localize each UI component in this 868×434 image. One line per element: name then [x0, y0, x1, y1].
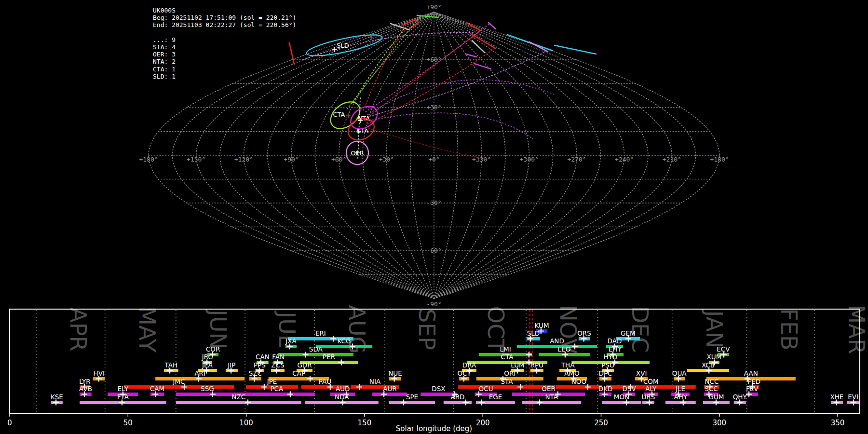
month-label: SEP	[414, 309, 440, 350]
shower-bar	[602, 401, 641, 404]
lat-label: -30°	[426, 199, 441, 206]
peak-marker	[330, 336, 336, 342]
meteor-trail	[403, 20, 419, 28]
month-label: JAN	[701, 309, 727, 349]
x-tick-label: 0	[7, 419, 12, 427]
lon-label: +150°	[187, 156, 205, 163]
shower-label: NZC	[232, 393, 246, 401]
peak-marker	[245, 400, 251, 406]
shower-label: CAN	[256, 353, 270, 361]
shower-label: EHY	[609, 345, 622, 353]
month-label: JUN	[205, 308, 231, 349]
lon-label: +180°	[139, 156, 158, 163]
radiant-marker	[346, 113, 351, 118]
shower-label: STA	[501, 378, 513, 385]
shower-label: CAM	[150, 385, 164, 393]
peak-marker	[339, 360, 344, 366]
screen: UK000S Beg: 20251102 17:51:09 (sol = 220…	[0, 0, 868, 434]
peak-marker	[479, 400, 485, 406]
shower-label: NDA	[335, 393, 349, 401]
shower-label: SLD	[527, 329, 540, 337]
shower-label: COM	[643, 378, 659, 385]
shower-bar	[517, 345, 597, 348]
shower-label: DSX	[432, 385, 445, 393]
x-tick-label: 50	[123, 419, 133, 427]
shower-bar	[522, 401, 581, 404]
shower-label: DSV	[623, 385, 637, 393]
meteor-trail	[466, 54, 476, 57]
shower-label: FEV	[746, 385, 759, 393]
meteor-trail	[488, 23, 496, 29]
shower-label: DKD	[598, 385, 613, 393]
shower-label: QUA	[672, 369, 687, 377]
radiant-map-and-activity-chart: +180°+150°+120°+90°+60°+30°+0°+330°+300°…	[0, 0, 868, 434]
lon-label: +240°	[615, 156, 634, 163]
shower-bar	[176, 393, 239, 396]
activity-chart: APRMAYJUNJULAUGSEPOCTNOVDECJANFEBMARKUME…	[7, 304, 868, 433]
peak-marker	[526, 352, 532, 358]
shower-label: SDA	[309, 345, 323, 353]
shower-bar	[458, 385, 556, 389]
shower-bar	[556, 385, 602, 389]
peak-marker	[307, 376, 313, 382]
shower-bar	[389, 401, 435, 404]
shower-counts: ...: 9 STA: 4 OER: 3 NTA: 2 CTA: 1 SLD: …	[153, 36, 176, 80]
radiant-label: SLD	[337, 42, 349, 49]
meteor-trail	[555, 45, 596, 54]
shower-label: ZCS	[271, 361, 284, 369]
shower-label: PER	[323, 353, 335, 361]
lon-label: +0°	[428, 156, 439, 163]
shower-label: AUR	[383, 385, 397, 393]
x-tick-label: 100	[239, 419, 253, 427]
peak-marker	[303, 352, 309, 358]
shower-bar	[278, 353, 353, 356]
shower-label: XCB	[702, 361, 715, 369]
shower-label: OCT	[458, 369, 472, 377]
shower-label: KCG	[337, 337, 351, 345]
peak-marker	[517, 384, 523, 390]
session-info: UK000S Beg: 20251102 17:51:09 (sol = 220…	[153, 7, 304, 80]
meteor-trail	[369, 113, 533, 139]
shower-label: CAP	[292, 369, 305, 377]
session-beg: Beg: 20251102 17:51:09 (sol = 220.21°)	[153, 14, 296, 21]
shower-label: JXA	[285, 337, 297, 345]
shower-label: NIA	[369, 378, 381, 385]
shower-label: OCU	[479, 385, 493, 393]
shower-label: ORI	[504, 369, 515, 377]
lat-label: +90°	[426, 3, 441, 11]
shower-bar	[124, 385, 234, 389]
radiant-marker	[369, 36, 373, 40]
shower-label: ERI	[315, 329, 326, 337]
shower-label: LEO	[558, 345, 571, 353]
peak-marker	[356, 384, 362, 390]
lon-label: +30°	[379, 156, 394, 163]
x-tick-label: 200	[476, 419, 490, 427]
lon-label: +90°	[284, 156, 298, 163]
shower-label: LMI	[500, 345, 511, 353]
shower-label: AVB	[79, 385, 92, 393]
shower-label: HYD	[604, 353, 618, 361]
shower-label: AMO	[564, 369, 580, 377]
shower-label: TAH	[164, 361, 178, 369]
shower-label: MON	[614, 393, 629, 401]
peak-marker	[261, 384, 267, 390]
lon-label: +270°	[567, 156, 586, 163]
station-id: UK000S	[153, 7, 176, 14]
lat-label: +30°	[426, 104, 441, 111]
meteor-trail	[365, 31, 480, 120]
lat-label: +60°	[426, 56, 441, 63]
shower-label: DPC	[599, 369, 612, 377]
month-label: MAY	[134, 306, 160, 353]
shower-label: FAN	[272, 353, 285, 361]
shower-label: JEA	[202, 361, 213, 369]
lon-label: +60°	[331, 156, 346, 163]
meteor-trail	[368, 128, 487, 159]
shower-bar	[239, 393, 315, 396]
shower-label: JPE	[267, 378, 277, 385]
shower-label: ARI	[194, 369, 205, 377]
shower-label: SSG	[201, 385, 214, 393]
lat-label: -60°	[426, 247, 441, 254]
lat-label: -90°	[426, 300, 441, 308]
shower-label: AHY	[674, 393, 688, 401]
shower-label: ALY	[645, 385, 657, 393]
